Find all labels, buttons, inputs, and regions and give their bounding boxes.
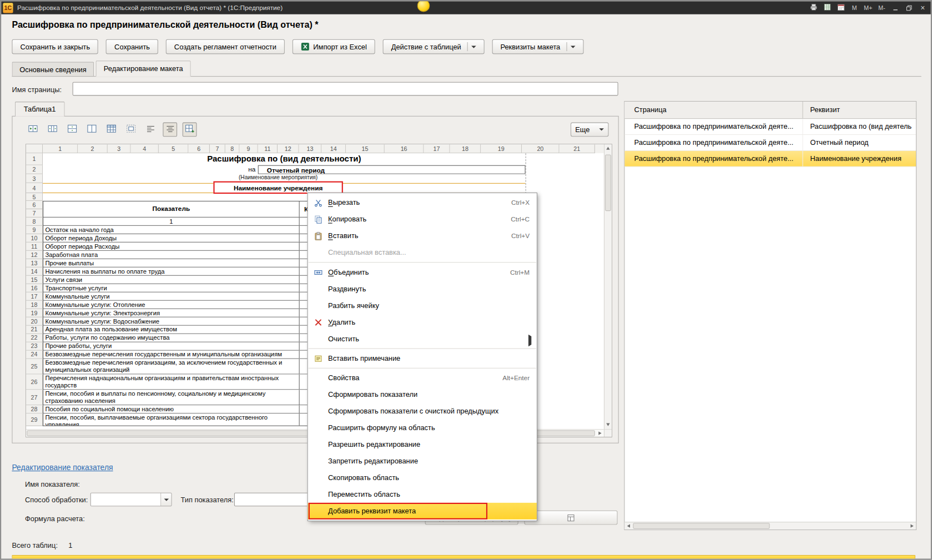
- column-header[interactable]: 6: [188, 144, 210, 153]
- restore-button[interactable]: [903, 2, 915, 13]
- row-header[interactable]: 4: [26, 183, 43, 193]
- combobox-dropdown-button[interactable]: [160, 493, 171, 506]
- menu-item[interactable]: Расширить формулу на область: [308, 420, 537, 436]
- row-header[interactable]: 13: [26, 259, 43, 268]
- indicator-cell[interactable]: Заработная плата: [43, 251, 300, 259]
- column-header-page[interactable]: Страница: [624, 102, 803, 118]
- column-header[interactable]: 11: [258, 144, 278, 153]
- attribute-row[interactable]: Расшифровка по предпринимательской деяте…: [624, 119, 916, 135]
- create-reglament-button[interactable]: Создать регламент отчетности: [166, 39, 285, 54]
- na-cell[interactable]: на: [240, 166, 256, 173]
- row-header[interactable]: 29: [26, 413, 43, 426]
- processing-method-combobox[interactable]: [90, 493, 172, 507]
- column-header[interactable]: 4: [131, 144, 159, 153]
- named-area-button[interactable]: [183, 123, 197, 137]
- merge-columns-button[interactable]: [84, 123, 99, 137]
- sheet-cells[interactable]: наОтчетный период: [43, 165, 604, 174]
- row-header[interactable]: 3: [26, 174, 43, 183]
- scroll-down-button[interactable]: [604, 421, 612, 428]
- column-header[interactable]: 1: [43, 144, 78, 153]
- indicator-cell[interactable]: Оборот периода Расходы: [43, 243, 300, 250]
- indicator-cell[interactable]: Прочие работы, услуги: [43, 342, 300, 350]
- menu-item[interactable]: Запретить редактирование: [308, 453, 537, 470]
- vertical-scrollbar[interactable]: [604, 144, 612, 437]
- indicator-cell[interactable]: Коммунальные услуги: Электроэнергия: [43, 309, 300, 317]
- indicator-cell[interactable]: Прочие выплаты: [43, 259, 300, 267]
- column-header[interactable]: 8: [225, 144, 240, 153]
- memory-button-m[interactable]: M: [848, 2, 860, 13]
- indicator-header-cell[interactable]: Показатель: [43, 201, 300, 217]
- menu-item[interactable]: Раздвинуть: [308, 280, 537, 297]
- row-header[interactable]: 8: [26, 218, 43, 226]
- import-excel-button[interactable]: Импорт из Excel: [293, 39, 375, 54]
- indicator-cell[interactable]: Безвозмездные перечисления государственн…: [43, 351, 300, 359]
- column-header[interactable]: 21: [560, 144, 595, 153]
- indicator-cell[interactable]: Коммунальные услуги: [43, 292, 300, 300]
- sheet-cells[interactable]: Наименование учреждения: [43, 183, 604, 193]
- merge-rows-button[interactable]: [65, 123, 79, 137]
- indicator-cell[interactable]: Работы, услуги по содержанию имущества: [43, 334, 300, 342]
- row-header[interactable]: 5: [26, 193, 43, 201]
- formula-constructor-button[interactable]: [524, 511, 617, 525]
- row-header[interactable]: 24: [26, 351, 43, 359]
- table-action-button[interactable]: Действие с таблицей: [383, 39, 485, 54]
- close-button[interactable]: ×: [916, 2, 929, 13]
- save-and-close-button[interactable]: Сохранить и закрыть: [12, 39, 98, 54]
- column-header[interactable]: 13: [299, 144, 322, 153]
- spreadsheet-button[interactable]: [821, 2, 833, 13]
- row-header[interactable]: 67: [26, 201, 43, 218]
- column-header[interactable]: 15: [346, 144, 385, 153]
- printer-button[interactable]: [807, 2, 819, 13]
- menu-item[interactable]: Скопировать область: [308, 470, 537, 486]
- align-left-button[interactable]: [143, 123, 158, 137]
- memory-button-mplus[interactable]: M+: [862, 2, 874, 13]
- tab-layout-editing[interactable]: Редактирование макета: [96, 60, 191, 77]
- attribute-row[interactable]: Расшифровка по предпринимательской деяте…: [624, 135, 916, 151]
- menu-item[interactable]: ОбъединитьCtrl+M: [308, 264, 537, 280]
- row-header[interactable]: 12: [26, 251, 43, 259]
- menu-item[interactable]: Сформировать показатели с очисткой преды…: [308, 403, 537, 420]
- memory-button-mminus[interactable]: M-: [875, 2, 888, 13]
- indicator-cell[interactable]: Перечисления наднациональным организация…: [43, 375, 300, 390]
- row-header[interactable]: 20: [26, 317, 43, 326]
- scroll-right-button[interactable]: [596, 430, 604, 437]
- attribute-row[interactable]: Расшифровка по предпринимательской деяте…: [624, 151, 916, 167]
- menu-item[interactable]: СвойстваAlt+Enter: [308, 370, 537, 386]
- row-header[interactable]: 25: [26, 359, 43, 375]
- column-header[interactable]: 14: [321, 144, 346, 153]
- processing-method-input[interactable]: [91, 493, 160, 506]
- indicator-editing-link[interactable]: Редактирование показателя: [12, 463, 113, 472]
- save-button[interactable]: Сохранить: [106, 39, 158, 54]
- menu-item[interactable]: ВырезатьCtrl+X: [308, 194, 537, 211]
- menu-item[interactable]: КопироватьCtrl+C: [308, 211, 537, 228]
- row-header[interactable]: 6: [26, 201, 42, 209]
- scrollbar-thumb[interactable]: [633, 523, 769, 529]
- column-number-cell[interactable]: 1: [43, 218, 300, 225]
- column-header[interactable]: 12: [278, 144, 299, 153]
- row-header[interactable]: 23: [26, 342, 43, 351]
- row-header[interactable]: 9: [26, 226, 43, 234]
- menu-item[interactable]: Удалить: [308, 314, 537, 330]
- minimize-button[interactable]: [889, 2, 901, 13]
- scrollbar-thumb[interactable]: [605, 154, 611, 211]
- indicator-cell[interactable]: Пенсии, пособия и выплаты по пенсионному…: [43, 390, 300, 405]
- menu-item[interactable]: ВставитьCtrl+V: [308, 228, 537, 244]
- align-center-button[interactable]: [163, 123, 177, 137]
- column-header[interactable]: 19: [481, 144, 522, 153]
- period-cell[interactable]: Отчетный период: [258, 165, 526, 174]
- column-header[interactable]: 5: [159, 144, 189, 153]
- indicator-cell[interactable]: Услуги связи: [43, 276, 300, 284]
- column-header[interactable]: 9: [240, 144, 258, 153]
- indicator-cell[interactable]: Пособия по социальной помощи населению: [43, 405, 300, 413]
- row-header[interactable]: 17: [26, 292, 43, 301]
- layout-attributes-button[interactable]: Реквизиты макета: [492, 39, 583, 54]
- menu-item[interactable]: Переместить область: [308, 486, 537, 503]
- row-header[interactable]: 21: [26, 326, 43, 334]
- indicator-cell[interactable]: Остаток на начало года: [43, 226, 300, 234]
- row-header[interactable]: 1: [26, 153, 43, 165]
- indicator-cell[interactable]: Оборот периода Доходы: [43, 234, 300, 242]
- row-header[interactable]: 15: [26, 276, 43, 284]
- calendar-button[interactable]: [834, 2, 847, 13]
- menu-item[interactable]: Сформировать показатели: [308, 386, 537, 403]
- row-header[interactable]: 27: [26, 390, 43, 405]
